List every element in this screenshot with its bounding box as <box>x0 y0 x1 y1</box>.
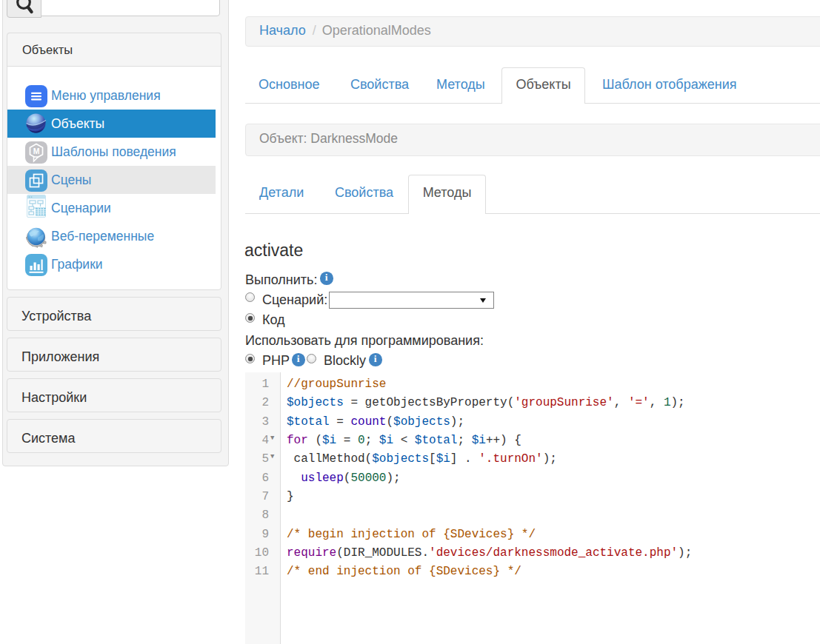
svg-text:M: M <box>33 147 40 155</box>
